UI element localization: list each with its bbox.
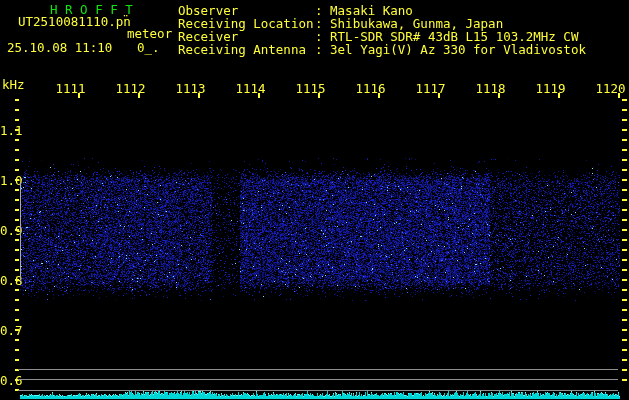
right-scale-tick [622,139,627,141]
right-scale-tick [622,279,627,281]
time-tick-label: 1111 [55,82,86,95]
right-scale-tick [622,269,627,271]
right-scale-tick [622,109,627,111]
freq-tick-label: 0.6 [0,374,15,387]
right-scale-tick [622,209,627,211]
right-scale-tick [622,369,627,371]
time-tick-label: 1119 [535,82,566,95]
freq-axis-tick [15,179,19,181]
freq-axis-tick [15,279,19,281]
signal-reference-line [18,390,618,391]
time-axis-tick [498,93,500,98]
header-info: Observer: Masaki KanoReceiving Location:… [0,0,629,60]
right-scale-tick [622,199,627,201]
freq-axis-tick [15,139,19,141]
band-marker-bar [20,183,21,280]
info-row-value: 3el Yagi(V) Az 330 for Vladivostok [330,43,586,56]
freq-axis-tick [15,129,19,131]
right-scale-tick [622,319,627,321]
time-tick-label: 1116 [355,82,386,95]
signal-reference-line [18,379,618,380]
right-scale-tick [622,189,627,191]
freq-axis-tick [15,259,19,261]
right-scale-tick [622,219,627,221]
freq-tick-label: 1.0 [0,174,15,187]
right-scale-tick [622,339,627,341]
freq-axis-tick [15,339,19,341]
time-axis-tick [618,93,620,98]
right-scale-tick [622,329,627,331]
freq-axis-tick [15,209,19,211]
freq-axis-tick [15,319,19,321]
freq-axis-tick [15,239,19,241]
freq-axis-tick [15,249,19,251]
freq-axis-tick [15,299,19,301]
time-axis-tick [378,93,380,98]
right-scale-tick [622,289,627,291]
freq-axis-unit: kHz [2,78,25,91]
freq-axis-tick [15,269,19,271]
freq-tick-label: 0.8 [0,274,15,287]
freq-axis-tick [15,329,19,331]
time-tick-label: 1117 [415,82,446,95]
freq-axis-tick [15,349,19,351]
info-row-separator: : [315,43,330,56]
freq-axis-tick [15,119,19,121]
right-scale-tick [622,159,627,161]
right-scale-tick [622,259,627,261]
freq-axis-tick [15,309,19,311]
freq-axis-tick [15,149,19,151]
info-row: Receiving Antenna: 3el Yagi(V) Az 330 fo… [178,43,586,56]
time-axis-tick [138,93,140,98]
right-scale-tick [622,299,627,301]
right-scale-tick [622,249,627,251]
right-scale-tick [622,379,627,381]
time-axis-tick [438,93,440,98]
freq-axis-tick [15,229,19,231]
freq-axis-tick [15,199,19,201]
freq-axis-tick [15,169,19,171]
freq-tick-label: 0.7 [0,324,15,337]
time-axis-tick [318,93,320,98]
freq-tick-label: 1.1 [0,124,15,137]
freq-axis-tick [15,99,19,101]
time-tick-label: 1114 [235,82,266,95]
right-scale-tick [622,359,627,361]
time-axis-tick [258,93,260,98]
signal-reference-line [18,369,618,370]
freq-axis-tick [15,109,19,111]
time-tick-label: 1113 [175,82,206,95]
right-scale-tick [622,179,627,181]
freq-axis-tick [15,159,19,161]
right-scale-tick [622,129,627,131]
freq-axis-tick [15,189,19,191]
hrofft-screen: H R O F F T UT2510081110.pn ¨ meteor 25.… [0,0,629,400]
time-axis-tick [78,93,80,98]
right-scale-tick [622,169,627,171]
time-tick-label: 1112 [115,82,146,95]
info-row-label: Receiving Antenna [178,43,315,56]
time-tick-label: 1118 [475,82,506,95]
freq-tick-label: 0.9 [0,224,15,237]
right-scale-tick [622,119,627,121]
freq-axis-tick [15,359,19,361]
right-scale-tick [622,229,627,231]
freq-axis-tick [15,219,19,221]
time-tick-label: 1120 [595,82,626,95]
time-axis-tick [558,93,560,98]
freq-axis-tick [15,289,19,291]
right-scale-tick [622,99,627,101]
spectrogram-canvas [0,0,629,400]
right-scale-tick [622,239,627,241]
right-scale-tick [622,309,627,311]
right-scale-tick [622,149,627,151]
right-scale-tick [622,349,627,351]
time-tick-label: 1115 [295,82,326,95]
time-axis-tick [198,93,200,98]
